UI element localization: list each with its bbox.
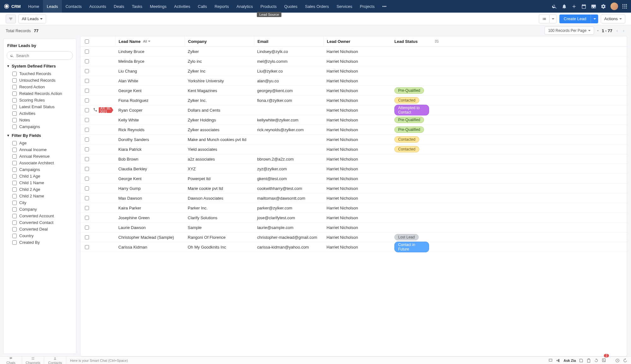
list-view-toggle[interactable]	[539, 15, 557, 23]
filter-item[interactable]: Converted Account	[7, 213, 73, 219]
column-settings-icon[interactable]	[432, 36, 441, 46]
filter-item[interactable]: Notes	[7, 117, 73, 123]
nav-item-meetings[interactable]: Meetings	[146, 0, 170, 13]
filter-item[interactable]: Touched Records	[7, 70, 73, 77]
table-row[interactable]: Kaira ParkerParker Inc.parker@zylker.com…	[80, 203, 627, 213]
list-toggle-caret[interactable]	[549, 15, 557, 23]
bottom-tab-channels[interactable]: Channels	[22, 356, 44, 356]
table-row[interactable]: George KentKent Magazinesgeorgey@kent.co…	[80, 86, 627, 96]
inbox-icon[interactable]	[591, 4, 596, 9]
filter-item[interactable]: Campaigns	[7, 123, 73, 130]
table-row[interactable]: Fiona RodriguezZylker Inc.fiona.r@zylker…	[80, 96, 627, 105]
filter-checkbox[interactable]	[12, 125, 17, 129]
col-header-status[interactable]: Lead Status	[391, 36, 432, 46]
filter-checkbox[interactable]	[12, 194, 17, 198]
col-header-email[interactable]: Email	[254, 36, 323, 46]
search-icon[interactable]	[552, 4, 557, 9]
col-header-owner[interactable]: Lead Owner	[323, 36, 391, 46]
filter-checkbox[interactable]	[12, 214, 17, 218]
actions-dropdown[interactable]: Actions	[601, 15, 625, 23]
table-row[interactable]: JUL 30, 2021Ryan CooperDollars and Cents…	[80, 105, 627, 115]
table-row[interactable]: Kiara PatrickYield associatesHarriet Nic…	[80, 144, 627, 154]
brand-logo[interactable]: CRM	[4, 3, 21, 9]
filter-search-input[interactable]	[16, 53, 69, 58]
select-all-checkbox[interactable]	[85, 39, 89, 44]
row-checkbox[interactable]	[85, 98, 89, 103]
table-row[interactable]: Alan WhiteYorkshire Universityalan@yu.co…	[80, 76, 627, 86]
nav-more-icon[interactable]: •••	[378, 0, 390, 13]
filter-checkbox[interactable]	[12, 161, 17, 165]
filter-checkbox[interactable]	[12, 201, 17, 205]
filter-item[interactable]: City	[7, 199, 73, 206]
nav-item-tasks[interactable]: Tasks	[128, 0, 146, 13]
prev-page-icon[interactable]: ‹	[616, 28, 619, 33]
nav-item-services[interactable]: Services	[333, 0, 356, 13]
table-row[interactable]: Harry GumpMarie cookie pvt ltdcookwithha…	[80, 184, 627, 193]
filter-checkbox[interactable]	[12, 85, 17, 89]
filter-item[interactable]: Created By	[7, 239, 73, 246]
create-lead-dropdown[interactable]	[591, 15, 598, 23]
row-checkbox[interactable]	[85, 147, 89, 151]
nav-item-deals[interactable]: Deals	[110, 0, 128, 13]
table-row[interactable]: Rick ReynoldsZylker associatesrick.reyno…	[80, 125, 627, 135]
table-row[interactable]: George KentPowerpet ltdgkent@test.comHar…	[80, 174, 627, 184]
row-checkbox[interactable]	[85, 196, 89, 200]
filter-checkbox[interactable]	[12, 174, 17, 179]
filter-item[interactable]: Converted Contact	[7, 219, 73, 226]
filter-item[interactable]: Campaigns	[7, 166, 73, 173]
row-checkbox[interactable]	[85, 206, 89, 210]
row-checkbox[interactable]	[85, 108, 89, 112]
calendar-icon[interactable]	[581, 4, 587, 9]
filter-checkbox[interactable]	[12, 72, 17, 76]
filter-checkbox[interactable]	[12, 207, 17, 212]
list-icon[interactable]	[539, 15, 549, 23]
view-dropdown[interactable]: All Leads	[18, 15, 46, 23]
nav-item-projects[interactable]: Projects	[356, 0, 378, 13]
name-filter-all[interactable]: All	[143, 39, 150, 43]
nav-item-analytics[interactable]: Analytics	[233, 0, 257, 13]
nav-item-quotes[interactable]: Quotes	[280, 0, 301, 13]
row-checkbox[interactable]	[85, 79, 89, 83]
table-row[interactable]: Melinda BryceZylo incmel@zylo.commHarrie…	[80, 56, 627, 66]
apps-icon[interactable]	[622, 4, 627, 9]
nav-item-leads[interactable]: Leads	[43, 0, 62, 13]
nav-item-home[interactable]: Home	[25, 0, 43, 13]
table-row[interactable]: Liu ChangZylker IncLiu@zylker.coHarriet …	[80, 66, 627, 76]
filter-checkbox[interactable]	[12, 220, 17, 225]
row-checkbox[interactable]	[85, 245, 89, 249]
next-page-icon[interactable]: ›	[622, 28, 625, 33]
col-header-name[interactable]: Lead NameAll	[115, 36, 185, 46]
group-system-filters[interactable]: ▼System Defined Filters	[7, 64, 73, 68]
filter-item[interactable]: Scoring Rules	[7, 97, 73, 103]
filter-checkbox[interactable]	[12, 187, 17, 192]
filter-search[interactable]	[7, 51, 73, 60]
table-row[interactable]: Bob Browna2z associatesbbrown.2@a2z.comH…	[80, 154, 627, 164]
filter-checkbox[interactable]	[12, 98, 17, 103]
row-checkbox[interactable]	[85, 59, 89, 63]
nav-item-calls[interactable]: Calls	[194, 0, 211, 13]
nav-item-contacts[interactable]: Contacts	[62, 0, 86, 13]
bottom-tab-chats[interactable]: Chats	[0, 356, 22, 356]
nav-item-products[interactable]: Products	[257, 0, 280, 13]
row-checkbox[interactable]	[85, 216, 89, 220]
nav-item-sales-orders[interactable]: Sales Orders	[301, 0, 333, 13]
filter-item[interactable]: Annual Revenue	[7, 153, 73, 160]
gear-icon[interactable]	[601, 4, 606, 9]
nav-item-accounts[interactable]: Accounts	[86, 0, 110, 13]
add-icon[interactable]	[571, 4, 577, 9]
row-checkbox[interactable]	[85, 186, 89, 191]
filter-item[interactable]: Record Action	[7, 84, 73, 90]
filter-item[interactable]: Age	[7, 140, 73, 146]
row-checkbox[interactable]	[85, 226, 89, 230]
table-row[interactable]: Kelly WhiteZylker Holdingskellywhite@zyl…	[80, 115, 627, 125]
filter-item[interactable]: Annual Income	[7, 146, 73, 153]
filter-checkbox[interactable]	[12, 111, 17, 116]
nav-item-activities[interactable]: Activities	[170, 0, 194, 13]
filter-item[interactable]: Child 2 Name	[7, 193, 73, 199]
filter-checkbox[interactable]	[12, 181, 17, 185]
table-row[interactable]: Claudia BerkleyXYZzyz@zylker.comHarriet …	[80, 164, 627, 174]
filter-checkbox[interactable]	[12, 105, 17, 109]
filter-item[interactable]: Related Records Action	[7, 90, 73, 97]
group-filter-fields[interactable]: ▼Filter By Fields	[7, 133, 73, 138]
filter-item[interactable]: Untouched Records	[7, 77, 73, 84]
